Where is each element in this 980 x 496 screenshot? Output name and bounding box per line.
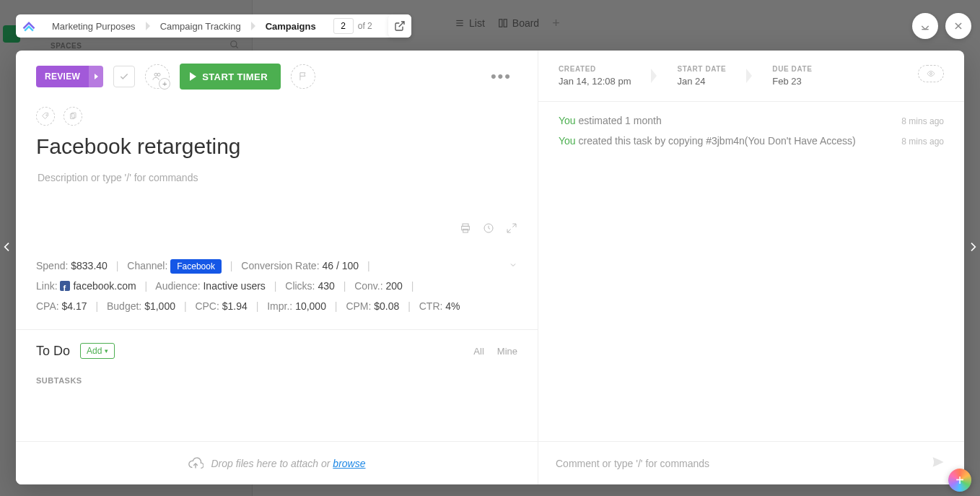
activity-time: 8 mins ago xyxy=(901,136,944,147)
activity-text: estimated 1 month xyxy=(576,115,662,126)
field-clicks-value[interactable]: 430 xyxy=(318,280,334,292)
watchers-button[interactable] xyxy=(918,65,944,82)
task-toolbar: REVIEW START TIMER ••• xyxy=(16,51,538,103)
svg-point-12 xyxy=(46,115,48,116)
activity-actor: You xyxy=(559,135,576,147)
field-cpa-value[interactable]: $4.17 xyxy=(62,300,87,312)
field-link-label: Link: xyxy=(36,280,58,292)
collapse-fields-icon[interactable] xyxy=(509,256,517,276)
chevron-right-icon xyxy=(651,69,657,83)
facebook-icon xyxy=(60,281,70,291)
crumb-space[interactable]: Marketing Purposes xyxy=(42,14,146,38)
todo-tab-mine[interactable]: Mine xyxy=(497,346,517,357)
page-number-input[interactable] xyxy=(333,18,354,34)
field-convrate-label: Conversion Rate: xyxy=(241,260,319,271)
share-button[interactable] xyxy=(388,14,411,38)
due-value: Feb 23 xyxy=(772,76,812,87)
start-date-meta[interactable]: START DATE Jan 24 xyxy=(677,65,726,87)
add-todo-button[interactable]: Add xyxy=(80,343,115,359)
due-label: DUE DATE xyxy=(772,65,812,73)
comment-placeholder: Comment or type '/' for commands xyxy=(556,458,709,469)
field-link-value[interactable]: facebook.com xyxy=(73,280,136,292)
priority-flag-button[interactable] xyxy=(291,64,315,89)
created-meta: CREATED Jan 14, 12:08 pm xyxy=(559,65,631,87)
field-cpa-label: CPA: xyxy=(36,300,59,312)
prev-task-arrow[interactable] xyxy=(1,240,13,257)
field-convrate-value[interactable]: 46 / 100 xyxy=(322,260,359,271)
attachment-dropzone[interactable]: Drop files here to attach or browse xyxy=(16,441,538,484)
activity-item: You estimated 1 month 8 mins ago xyxy=(559,115,944,126)
crumb-folder[interactable]: Campaign Tracking xyxy=(150,14,251,38)
task-right-panel: CREATED Jan 14, 12:08 pm START DATE Jan … xyxy=(538,51,964,484)
field-cpc-value[interactable]: $1.94 xyxy=(222,300,248,312)
field-cpm-value[interactable]: $0.08 xyxy=(374,300,399,312)
more-menu-button[interactable]: ••• xyxy=(485,64,517,89)
chevron-right-icon xyxy=(746,69,752,83)
task-title[interactable]: Facebook retargeting xyxy=(16,126,538,165)
created-value: Jan 14, 12:08 pm xyxy=(559,76,631,87)
activity-text: created this task by copying #3jbm4n(You… xyxy=(576,135,856,147)
task-left-panel: REVIEW START TIMER ••• xyxy=(16,51,538,484)
field-audience-label: Audience: xyxy=(155,280,200,292)
field-spend-label: Spend: xyxy=(36,260,68,271)
due-date-meta[interactable]: DUE DATE Feb 23 xyxy=(772,65,812,87)
print-icon[interactable] xyxy=(460,222,471,237)
description-field[interactable]: Description or type '/' for commands xyxy=(16,165,538,222)
next-task-arrow[interactable] xyxy=(967,240,979,257)
channel-badge[interactable]: Facebook xyxy=(170,259,222,274)
field-impr-label: Impr.: xyxy=(267,300,292,312)
play-icon xyxy=(190,72,196,81)
field-spend-value[interactable]: $833.40 xyxy=(71,260,108,271)
svg-rect-17 xyxy=(463,229,468,232)
todo-heading: To Do xyxy=(36,344,70,359)
svg-line-19 xyxy=(512,224,516,227)
field-conv-value[interactable]: 200 xyxy=(386,280,403,292)
svg-point-11 xyxy=(157,73,160,76)
cloud-upload-icon xyxy=(188,456,204,471)
status-button[interactable]: REVIEW xyxy=(36,66,103,87)
svg-line-20 xyxy=(507,229,511,232)
status-next-icon[interactable] xyxy=(89,66,103,87)
activity-actor: You xyxy=(559,115,576,126)
page-total-label: of 2 xyxy=(358,21,372,31)
send-icon[interactable] xyxy=(929,455,947,471)
start-value: Jan 24 xyxy=(677,76,726,87)
app-logo-icon xyxy=(22,19,36,33)
quick-create-fab[interactable]: + xyxy=(948,469,971,492)
start-label: START DATE xyxy=(677,65,726,73)
complete-checkbox[interactable] xyxy=(113,66,135,87)
field-impr-value[interactable]: 10,000 xyxy=(295,300,326,312)
status-label: REVIEW xyxy=(36,66,89,87)
breadcrumb: Marketing Purposes Campaign Tracking Cam… xyxy=(16,14,411,38)
field-channel-label: Channel: xyxy=(127,260,167,271)
svg-point-10 xyxy=(154,73,157,76)
history-icon[interactable] xyxy=(483,222,494,237)
dropzone-text: Drop files here to attach or xyxy=(211,458,333,469)
field-ctr-value[interactable]: 4% xyxy=(445,300,460,312)
subtasks-label: SUBTASKS xyxy=(16,365,538,392)
activity-time: 8 mins ago xyxy=(901,116,944,126)
browse-link[interactable]: browse xyxy=(333,458,365,469)
comment-input[interactable]: Comment or type '/' for commands xyxy=(538,441,964,484)
field-conv-label: Conv.: xyxy=(354,280,382,292)
todo-tab-all[interactable]: All xyxy=(473,346,484,357)
copy-task-button[interactable] xyxy=(64,107,82,126)
task-dates: CREATED Jan 14, 12:08 pm START DATE Jan … xyxy=(538,51,964,102)
start-timer-button[interactable]: START TIMER xyxy=(180,64,281,90)
field-cpm-label: CPM: xyxy=(346,300,371,312)
field-budget-value[interactable]: $1,000 xyxy=(144,300,175,312)
field-budget-label: Budget: xyxy=(107,300,141,312)
close-button[interactable] xyxy=(945,13,971,39)
activity-item: You created this task by copying #3jbm4n… xyxy=(559,135,944,147)
crumb-list[interactable]: Campaigns xyxy=(255,14,326,38)
field-clicks-label: Clicks: xyxy=(285,280,315,292)
expand-icon[interactable] xyxy=(506,222,517,237)
svg-rect-14 xyxy=(72,113,76,118)
field-audience-value[interactable]: Inactive users xyxy=(203,280,265,292)
task-modal: REVIEW START TIMER ••• xyxy=(16,51,964,484)
add-tag-button[interactable] xyxy=(36,107,55,126)
minimize-button[interactable] xyxy=(912,13,938,39)
field-ctr-label: CTR: xyxy=(419,300,443,312)
assignee-add-button[interactable] xyxy=(145,64,170,89)
field-cpc-label: CPC: xyxy=(195,300,219,312)
